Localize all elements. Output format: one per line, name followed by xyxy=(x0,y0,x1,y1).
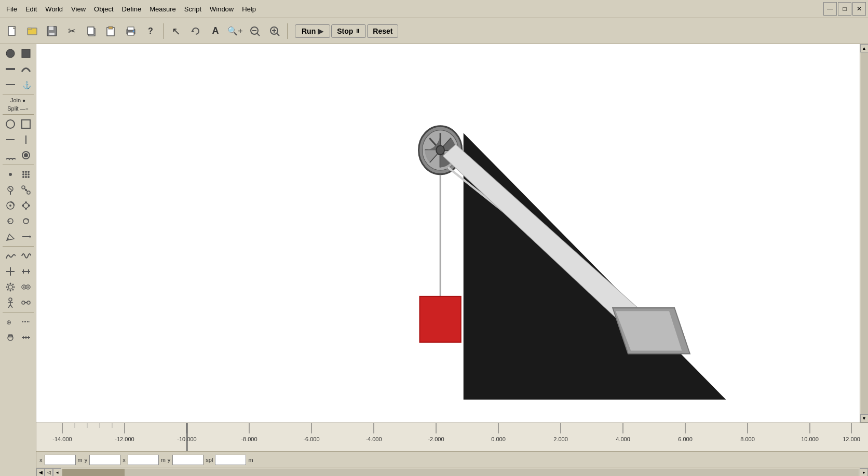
hline-tool[interactable] xyxy=(3,132,18,147)
join-text[interactable]: Join ● xyxy=(9,97,26,104)
circle-tool[interactable] xyxy=(3,46,18,61)
vline-tool[interactable] xyxy=(19,132,33,147)
menu-script[interactable]: Script xyxy=(180,3,206,15)
separator-2 xyxy=(287,23,288,39)
y2-input[interactable] xyxy=(172,455,204,465)
camera-tool[interactable] xyxy=(3,330,18,345)
anchor-tool[interactable]: ⚓ xyxy=(19,77,33,92)
torque-tool[interactable] xyxy=(19,214,33,228)
shape-row-1 xyxy=(0,46,36,61)
grid-tool[interactable] xyxy=(19,167,33,182)
scroll-track-right[interactable] xyxy=(861,52,868,414)
plus-tool[interactable] xyxy=(3,264,18,279)
gear-tool[interactable] xyxy=(19,198,33,213)
scroll-down-button[interactable]: ▼ xyxy=(860,414,869,423)
help-button[interactable]: ? xyxy=(141,22,160,40)
sep-tool[interactable] xyxy=(19,315,33,329)
svg-text:10.000: 10.000 xyxy=(801,436,819,442)
maximize-button[interactable]: □ xyxy=(838,2,851,16)
svg-text:0.000: 0.000 xyxy=(491,436,506,442)
scroll-frame-prev[interactable]: ◂ xyxy=(53,468,61,477)
rotate-tool[interactable] xyxy=(186,22,205,40)
hscroll-thumb[interactable] xyxy=(62,469,125,476)
y-label: y xyxy=(85,457,88,463)
scroll-up-button[interactable]: ▲ xyxy=(860,44,869,52)
rect-tool[interactable] xyxy=(19,46,33,61)
bottom-scrollbar: ◀ ◁ ◂ ▸ xyxy=(36,468,868,476)
menu-window[interactable]: Window xyxy=(206,3,238,15)
pin-tool[interactable] xyxy=(3,183,18,197)
menu-edit[interactable]: Edit xyxy=(21,3,41,15)
ruler-tool[interactable] xyxy=(19,330,33,345)
cut-button[interactable]: ✂ xyxy=(62,22,81,40)
run-button[interactable]: Run ▶ xyxy=(295,24,330,38)
wave2-tool[interactable] xyxy=(19,249,33,263)
flat-line-tool[interactable] xyxy=(3,77,18,92)
menu-define[interactable]: Define xyxy=(118,3,146,15)
open-button[interactable] xyxy=(23,22,42,40)
svg-point-53 xyxy=(23,203,29,208)
segment-tool[interactable] xyxy=(19,295,33,310)
svg-point-83 xyxy=(9,298,12,301)
person-tool[interactable] xyxy=(3,295,18,310)
select-tool[interactable]: ↖ xyxy=(167,22,185,40)
pen-tool[interactable] xyxy=(3,229,18,244)
zoom-out-tool[interactable] xyxy=(246,22,264,40)
spring-tool[interactable] xyxy=(3,148,18,162)
text-tool[interactable]: A xyxy=(206,22,225,40)
menu-help[interactable]: Help xyxy=(238,3,260,15)
force-tool[interactable]: F xyxy=(3,214,18,228)
damper-tool[interactable] xyxy=(19,148,33,162)
svg-point-62 xyxy=(7,238,9,240)
canvas-viewport[interactable] xyxy=(36,44,860,423)
close-button[interactable]: ✕ xyxy=(852,2,866,16)
minimize-button[interactable]: — xyxy=(823,2,837,16)
spl-input[interactable] xyxy=(215,455,246,465)
menu-object[interactable]: Object xyxy=(90,3,118,15)
motor-tool[interactable] xyxy=(3,198,18,213)
print-button[interactable] xyxy=(121,22,140,40)
zoom-fit-tool[interactable] xyxy=(265,22,284,40)
save-button[interactable] xyxy=(43,22,61,40)
sep3 xyxy=(3,165,34,165)
copy-button[interactable] xyxy=(82,22,101,40)
scroll-left-button[interactable]: ◀ xyxy=(36,468,45,477)
x-input[interactable] xyxy=(45,455,76,465)
rect-outline-tool[interactable] xyxy=(19,117,33,131)
simulation-svg xyxy=(36,44,860,423)
stop-button[interactable]: Stop ⏸ xyxy=(331,24,366,38)
svg-text:8.000: 8.000 xyxy=(740,436,755,442)
sidebar: ⚓ Join ● Split —○ xyxy=(0,44,36,476)
new-button[interactable] xyxy=(3,22,22,40)
tool-row-7 xyxy=(0,167,36,182)
joint-tool[interactable] xyxy=(19,183,33,197)
line-tool[interactable] xyxy=(3,62,18,76)
menu-view[interactable]: View xyxy=(67,3,90,15)
m-label-1: m xyxy=(78,457,83,463)
gear-icon[interactable] xyxy=(3,280,18,294)
curve-tool[interactable] xyxy=(19,62,33,76)
menu-measure[interactable]: Measure xyxy=(145,3,180,15)
multibody-tool[interactable] xyxy=(19,280,33,294)
paste-button[interactable] xyxy=(102,22,120,40)
x2-input[interactable] xyxy=(128,455,159,465)
scroll-prev-button[interactable]: ◁ xyxy=(45,468,53,477)
split-text[interactable]: Split —○ xyxy=(6,105,29,112)
canvas-area[interactable] xyxy=(36,44,860,423)
measure-tool[interactable]: ⊕ xyxy=(3,315,18,329)
y-input[interactable] xyxy=(89,455,120,465)
point-tool[interactable] xyxy=(3,167,18,182)
svg-text:12.000: 12.000 xyxy=(843,436,860,442)
scroll-frame-next[interactable]: ▸ xyxy=(860,468,868,477)
arrow-tool[interactable] xyxy=(19,229,33,244)
menu-world[interactable]: World xyxy=(41,3,67,15)
zoom-in-tool[interactable]: 🔍+ xyxy=(226,22,245,40)
menu-file[interactable]: File xyxy=(2,3,21,15)
oval-outline-tool[interactable] xyxy=(3,117,18,131)
sep1 xyxy=(3,94,34,94)
hlinks-tool[interactable] xyxy=(19,264,33,279)
stop-icon: ⏸ xyxy=(355,28,360,34)
hscroll-track[interactable] xyxy=(62,469,859,476)
reset-button[interactable]: Reset xyxy=(367,24,398,38)
wave-tool[interactable] xyxy=(3,249,18,263)
